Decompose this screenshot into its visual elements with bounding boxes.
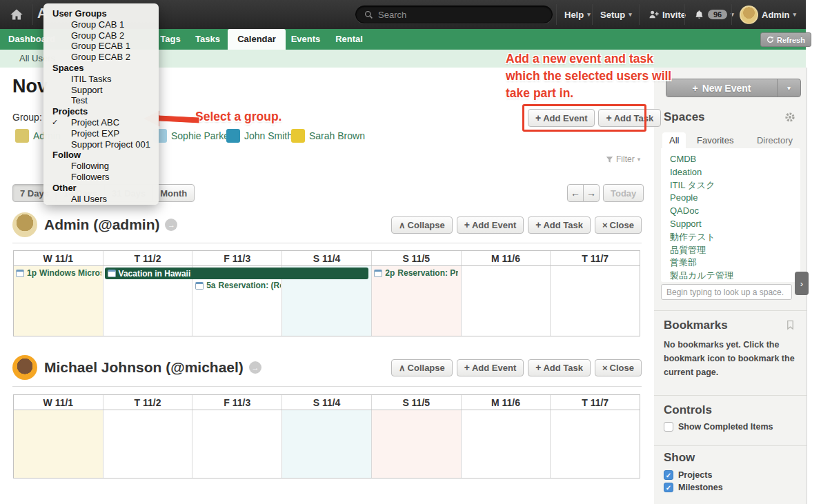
next-button[interactable]: → [583,184,600,202]
close-button[interactable]: ×Close [595,216,642,234]
day-cell[interactable] [281,410,371,478]
bookmarks-empty-text: No bookmarks yet. Click the bookmark ico… [664,338,796,379]
event-windows[interactable]: 1p Windows Micros [16,268,101,278]
tab-rental[interactable]: Rental [330,29,368,50]
calendar-header-row: W 11/1 T 11/2 F 11/3 S 11/4 S 11/5 M 11/… [14,395,640,410]
home-button[interactable] [10,0,23,29]
space-link[interactable]: CMDB [670,153,791,166]
bookmark-icon[interactable] [785,320,795,330]
space-link[interactable]: QADoc [670,205,791,218]
menu-item[interactable]: Support [43,85,159,96]
filter-control[interactable]: Filter ▾ [606,154,640,164]
user-chip-sophie[interactable]: Sophie Parker [153,129,233,143]
open-profile-arrow-icon[interactable]: → [165,219,177,231]
new-event-dropdown-arrow[interactable]: ▾ [777,79,800,97]
gear-icon[interactable] [784,112,795,123]
show-milestones-label: Milestones [678,483,723,492]
day-header: M 11/6 [461,251,551,265]
menu-item-selected[interactable]: ✓ Project ABC [43,117,159,128]
open-profile-arrow-icon[interactable]: → [249,361,261,374]
home-icon [10,8,23,21]
setup-menu[interactable]: Setup ▾ [600,0,632,29]
search-input[interactable] [378,10,530,20]
menu-item[interactable]: Followers [43,172,159,183]
event-reservation-2p[interactable]: 2p Reservation: Pro [374,268,458,278]
show-projects-checkbox-row[interactable]: ✓ Projects [664,470,712,480]
show-milestones-checkbox-row[interactable]: ✓ Milestones [664,483,723,492]
menu-item[interactable]: Group CAB 2 [43,30,159,41]
checkbox-unchecked-icon[interactable] [664,422,673,432]
spaces-tab-all[interactable]: All [662,132,686,148]
view-month-button[interactable]: Month [152,184,195,202]
tab-events[interactable]: Events [287,29,324,50]
refresh-button[interactable]: Refresh [760,32,811,47]
show-completed-label: Show Completed Items [678,422,773,432]
menu-item[interactable]: Support Project 001 [43,139,159,150]
space-link[interactable]: 動作テスト [670,231,791,244]
space-link[interactable]: ITIL タスク [670,179,791,192]
close-button[interactable]: ×Close [595,359,642,376]
checkbox-checked-icon[interactable]: ✓ [664,483,673,492]
day-header: S 11/4 [281,395,371,410]
day-cell[interactable] [103,410,192,478]
user-chip-john[interactable]: John Smith [226,129,293,143]
group-label: Group: [12,112,42,123]
day-cell[interactable] [461,410,551,478]
filter-label: Filter [616,154,635,164]
day-cell[interactable] [14,410,103,478]
day-cell[interactable] [550,410,640,478]
day-header: W 11/1 [14,251,103,265]
space-link[interactable]: 製品カルテ管理 [670,270,791,283]
help-menu[interactable]: Help ▾ [564,0,591,29]
sidebar-collapse-handle[interactable]: › [795,272,809,295]
day-cell[interactable] [550,266,640,336]
tab-calendar[interactable]: Calendar [228,29,286,50]
collapse-label: Collapse [408,363,445,373]
menu-item[interactable]: All Users [43,194,159,205]
menu-item[interactable]: Test [43,95,159,106]
space-link[interactable]: 品質管理 [670,244,791,257]
day-cell[interactable] [371,410,461,478]
new-event-button[interactable]: +New Event ▾ [666,79,801,97]
space-link[interactable]: Support [670,218,791,231]
add-event-button[interactable]: +Add Event [457,216,524,234]
space-lookup-input[interactable] [661,284,792,300]
day-cell[interactable] [461,266,551,336]
user-menu[interactable]: Admin ▾ [740,0,796,29]
menu-item[interactable]: Group ECAB 2 [43,52,159,63]
calendar-header-row: W 11/1 T 11/2 F 11/3 S 11/4 S 11/5 M 11/… [14,251,640,266]
spaces-tab-directory[interactable]: Directory [750,132,800,148]
event-reservation-5a[interactable]: 5a Reservation: (Ro [195,281,281,290]
divider [32,4,33,25]
tab-tasks[interactable]: Tasks [189,29,226,50]
notifications-menu[interactable]: 96 ▾ [694,0,734,29]
search-box[interactable] [355,6,553,23]
space-link[interactable]: Ideation [670,166,791,179]
add-task-button[interactable]: +Add Task [528,216,591,234]
calendar-body [14,410,640,478]
menu-item[interactable]: Following [43,161,159,172]
today-button[interactable]: Today [603,184,644,202]
section-buttons: ∧Collapse +Add Event +Add Task ×Close [391,359,642,376]
add-event-button[interactable]: +Add Event [457,359,524,376]
divider [654,395,807,396]
menu-item[interactable]: Project EXP [43,128,159,139]
space-link[interactable]: People [670,192,791,205]
invite-button[interactable]: Invite [649,0,686,29]
menu-item[interactable]: Group ECAB 1 [43,41,159,52]
user-chip-sarah[interactable]: Sarah Brown [291,129,365,143]
show-completed-checkbox-row[interactable]: Show Completed Items [664,422,773,432]
spaces-tab-favorites[interactable]: Favorites [690,132,740,148]
event-vacation-banner[interactable]: Vacation in Hawaii [105,268,369,279]
checkbox-checked-icon[interactable]: ✓ [664,470,673,480]
collapse-button[interactable]: ∧Collapse [391,359,453,376]
space-link[interactable]: 営業部 [670,256,791,270]
day-cell[interactable] [192,410,281,478]
menu-item[interactable]: ITIL Tasks [43,74,159,85]
collapse-label: Collapse [408,220,445,230]
menu-item[interactable]: Group CAB 1 [43,19,159,30]
collapse-button[interactable]: ∧Collapse [391,216,453,234]
add-task-button[interactable]: +Add Task [528,359,591,376]
add-task-label: Add Task [543,363,583,373]
prev-button[interactable]: ← [567,184,584,202]
